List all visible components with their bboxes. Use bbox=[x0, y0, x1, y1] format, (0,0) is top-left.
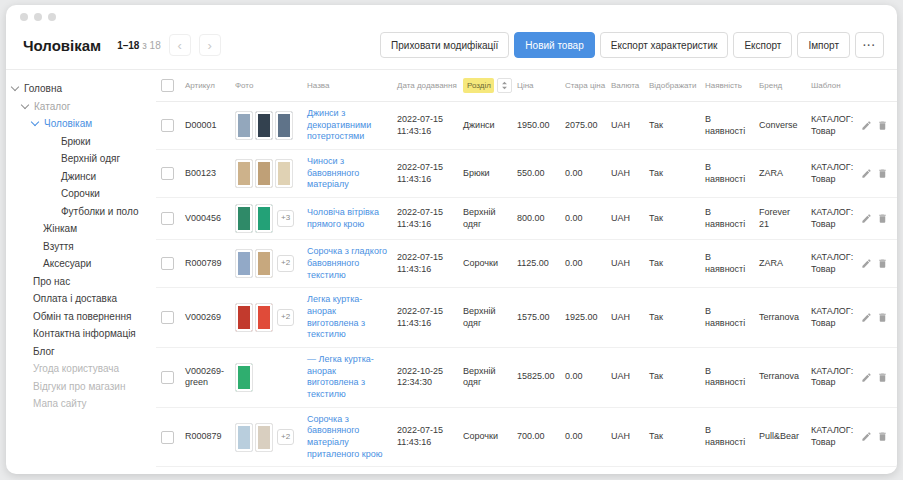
row-checkbox[interactable] bbox=[161, 257, 174, 270]
sort-icon[interactable] bbox=[497, 78, 512, 93]
edit-icon[interactable] bbox=[861, 372, 872, 383]
row-checkbox[interactable] bbox=[161, 311, 174, 324]
more-actions-button[interactable]: ··· bbox=[855, 32, 884, 58]
window-control-dot[interactable] bbox=[20, 13, 28, 21]
sidebar-item[interactable]: Головна bbox=[6, 80, 156, 98]
product-name-link[interactable]: Джинси з декоративними потертостями bbox=[307, 108, 371, 141]
pagination-range-value: 1–18 bbox=[117, 40, 139, 51]
delete-icon[interactable] bbox=[877, 312, 888, 323]
sidebar-item[interactable]: Оплата і доставка bbox=[6, 290, 156, 308]
product-old-price: 0.00 bbox=[565, 431, 583, 441]
row-checkbox[interactable] bbox=[161, 167, 174, 180]
toolbar-button-1[interactable]: Новий товар bbox=[514, 32, 594, 58]
product-photo[interactable] bbox=[255, 249, 273, 278]
window-control-dot[interactable] bbox=[48, 13, 56, 21]
edit-icon[interactable] bbox=[861, 431, 872, 442]
photo-count-badge[interactable]: +3 bbox=[277, 210, 294, 226]
product-photo[interactable] bbox=[255, 423, 273, 452]
photo-count-badge[interactable]: +2 bbox=[277, 429, 294, 445]
photo-count-badge[interactable]: +2 bbox=[277, 255, 294, 271]
window-control-dot[interactable] bbox=[34, 13, 42, 21]
delete-icon[interactable] bbox=[877, 258, 888, 269]
sidebar-item[interactable]: Взуття bbox=[6, 238, 156, 256]
sidebar-item[interactable]: Каталог bbox=[6, 98, 156, 116]
sidebar-item[interactable]: Угода користувача bbox=[6, 360, 156, 378]
sidebar-item[interactable]: Футболки и поло bbox=[6, 203, 156, 221]
delete-icon[interactable] bbox=[877, 120, 888, 131]
row-checkbox[interactable] bbox=[161, 431, 174, 444]
next-page-button[interactable]: › bbox=[199, 34, 221, 56]
column-header-currency[interactable]: Валюта bbox=[606, 70, 644, 102]
edit-icon[interactable] bbox=[861, 258, 872, 269]
row-checkbox[interactable] bbox=[161, 119, 174, 132]
product-name-link[interactable]: Чиноси з бавовняного матеріалу bbox=[307, 156, 359, 189]
product-date: 2022-10-25 12:34:30 bbox=[397, 366, 443, 388]
column-header-brand[interactable]: Бренд bbox=[754, 70, 806, 102]
delete-icon[interactable] bbox=[877, 372, 888, 383]
sidebar-item[interactable]: Аксесуари bbox=[6, 255, 156, 273]
column-header-label: Бренд bbox=[759, 81, 782, 90]
delete-icon[interactable] bbox=[877, 431, 888, 442]
toolbar-button-4[interactable]: Імпорт bbox=[797, 32, 850, 58]
row-checkbox[interactable] bbox=[161, 371, 174, 384]
edit-icon[interactable] bbox=[861, 120, 872, 131]
edit-icon[interactable] bbox=[861, 213, 872, 224]
product-photo[interactable] bbox=[235, 423, 253, 452]
row-checkbox[interactable] bbox=[161, 212, 174, 225]
edit-icon[interactable] bbox=[861, 312, 872, 323]
column-header-photo[interactable]: Фото bbox=[230, 70, 302, 102]
sidebar-item[interactable]: Відгуки про магазин bbox=[6, 378, 156, 396]
prev-page-button[interactable]: ‹ bbox=[169, 34, 191, 56]
product-photo[interactable] bbox=[235, 303, 253, 332]
product-photo[interactable] bbox=[235, 363, 253, 392]
toolbar-button-3[interactable]: Експорт bbox=[733, 32, 792, 58]
sidebar-item[interactable]: Чоловікам bbox=[6, 115, 156, 133]
sidebar-item[interactable]: Обмін та повернення bbox=[6, 308, 156, 326]
product-photo[interactable] bbox=[235, 204, 253, 233]
column-header-sku[interactable]: Артикул bbox=[180, 70, 230, 102]
sidebar-item[interactable]: Жінкам bbox=[6, 220, 156, 238]
product-photo[interactable] bbox=[255, 159, 273, 188]
product-currency: UAH bbox=[611, 371, 630, 381]
sidebar-item[interactable]: Про нас bbox=[6, 273, 156, 291]
select-all-checkbox[interactable] bbox=[161, 79, 174, 92]
toolbar-button-0[interactable]: Приховати модифікації bbox=[380, 32, 509, 58]
column-header-name[interactable]: Назва bbox=[302, 70, 392, 102]
column-header-section[interactable]: Розділ bbox=[458, 70, 512, 102]
delete-icon[interactable] bbox=[877, 213, 888, 224]
sidebar-item[interactable]: Джинси bbox=[6, 168, 156, 186]
toolbar-button-2[interactable]: Експорт характеристик bbox=[600, 32, 729, 58]
column-header-display[interactable]: Відображати bbox=[644, 70, 700, 102]
edit-icon[interactable] bbox=[861, 168, 872, 179]
column-header-template[interactable]: Шаблон bbox=[806, 70, 856, 102]
column-header-label: Наявність bbox=[705, 81, 742, 90]
column-header-old_price[interactable]: Стара ціна bbox=[560, 70, 606, 102]
product-photo[interactable] bbox=[235, 159, 253, 188]
product-name-link[interactable]: Чоловіча вітрівка прямого крою bbox=[307, 207, 379, 229]
product-name-link[interactable]: Легка куртка-анорак виготовлена з тексти… bbox=[307, 294, 365, 339]
product-old-price: 0.00 bbox=[565, 371, 583, 381]
sidebar-item[interactable]: Мапа сайту bbox=[6, 395, 156, 413]
sidebar-item[interactable]: Верхній одяг bbox=[6, 150, 156, 168]
sidebar-item[interactable]: Сорочки bbox=[6, 185, 156, 203]
photo-count-badge[interactable]: +2 bbox=[277, 309, 294, 325]
product-currency: UAH bbox=[611, 120, 630, 130]
product-photo[interactable] bbox=[255, 303, 273, 332]
product-name-link[interactable]: — Легка куртка-анорак виготовлена з текс… bbox=[307, 354, 374, 399]
sidebar-item[interactable]: Блог bbox=[6, 343, 156, 361]
sidebar-item[interactable]: Контактна інформація bbox=[6, 325, 156, 343]
product-photo[interactable] bbox=[235, 111, 253, 140]
product-name-link[interactable]: Штани з бавовняного матеріалу прямого кр… bbox=[307, 473, 385, 474]
column-header-price[interactable]: Ціна bbox=[512, 70, 560, 102]
sidebar-item[interactable]: Брюки bbox=[6, 133, 156, 151]
product-photo[interactable] bbox=[255, 111, 273, 140]
product-photo[interactable] bbox=[255, 204, 273, 233]
delete-icon[interactable] bbox=[877, 168, 888, 179]
product-name-link[interactable]: Сорочка з гладкого бавовняного текстилю bbox=[307, 246, 387, 279]
product-photo[interactable] bbox=[235, 249, 253, 278]
product-name-link[interactable]: Сорочка з бавовняного матеріалу притален… bbox=[307, 414, 382, 459]
product-photo[interactable] bbox=[275, 111, 293, 140]
column-header-availability[interactable]: Наявність bbox=[700, 70, 754, 102]
column-header-date[interactable]: Дата додавання bbox=[392, 70, 458, 102]
product-photo[interactable] bbox=[275, 159, 293, 188]
